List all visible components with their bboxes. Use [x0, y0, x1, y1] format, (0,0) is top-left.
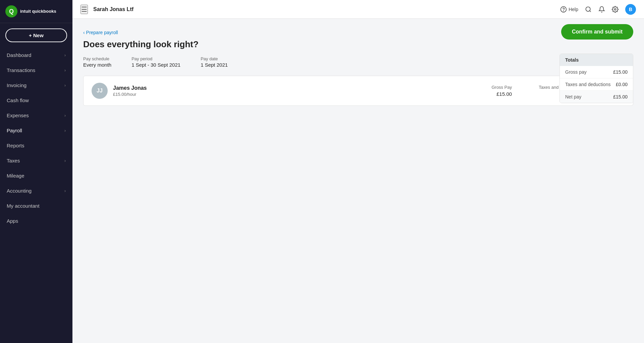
- employee-info: James Jonas £15.00/hour: [113, 85, 486, 97]
- sidebar-item-transactions[interactable]: Transactions ›: [0, 63, 72, 78]
- logo-area: Q intuit quickbooks: [0, 0, 72, 23]
- sidebar-item-accounting[interactable]: Accounting ›: [0, 183, 72, 198]
- sidebar-item-invoicing[interactable]: Invoicing ›: [0, 78, 72, 93]
- help-label: Help: [569, 7, 578, 12]
- employee-row[interactable]: JJ James Jonas £15.00/hour Gross Pay £15…: [83, 76, 633, 106]
- totals-header: Totals: [560, 54, 633, 66]
- chevron-right-icon: ›: [64, 158, 66, 163]
- back-link[interactable]: ‹ Prepare payroll: [83, 30, 118, 35]
- sidebar-item-payroll[interactable]: Payroll ›: [0, 123, 72, 138]
- settings-button[interactable]: [612, 6, 619, 13]
- chevron-right-icon: ›: [64, 83, 66, 88]
- quickbooks-logo-icon: Q: [5, 5, 17, 17]
- svg-line-5: [590, 10, 591, 12]
- chevron-right-icon: ›: [64, 113, 66, 118]
- pay-schedule: Pay schedule Every month: [83, 56, 111, 68]
- sidebar-nav: Dashboard › Transactions › Invoicing › C…: [0, 48, 72, 228]
- pay-date-label: Pay date: [201, 56, 228, 61]
- main-container: ☰ Sarah Jonas Ltf Help: [72, 0, 644, 343]
- totals-gross-pay-row: Gross pay £15.00: [560, 66, 633, 78]
- gross-pay-value: £15.00: [491, 91, 512, 97]
- content-area: ‹ Prepare payroll Does everything look r…: [72, 19, 644, 343]
- help-icon: [560, 6, 567, 13]
- topbar-icons: Help B: [560, 4, 636, 15]
- employee-name: James Jonas: [113, 85, 486, 91]
- new-button[interactable]: + New: [5, 28, 67, 42]
- pay-schedule-label: Pay schedule: [83, 56, 111, 61]
- totals-panel: Totals Gross pay £15.00 Taxes and deduct…: [559, 54, 633, 103]
- notifications-button[interactable]: [598, 6, 605, 13]
- search-icon: [585, 6, 592, 13]
- totals-gross-pay-value: £15.00: [613, 69, 628, 75]
- logo-text: intuit quickbooks: [20, 9, 56, 14]
- sidebar-item-reports[interactable]: Reports: [0, 138, 72, 153]
- sidebar-item-my-accountant[interactable]: My accountant: [0, 198, 72, 213]
- user-avatar[interactable]: B: [625, 4, 636, 15]
- topbar: ☰ Sarah Jonas Ltf Help: [72, 0, 644, 19]
- svg-point-6: [614, 8, 616, 10]
- sidebar-item-expenses[interactable]: Expenses ›: [0, 108, 72, 123]
- hamburger-menu-button[interactable]: ☰: [80, 5, 88, 14]
- sidebar-item-mileage[interactable]: Mileage: [0, 168, 72, 183]
- svg-text:Q: Q: [9, 8, 14, 15]
- chevron-right-icon: ›: [64, 68, 66, 73]
- employee-avatar: JJ: [92, 83, 108, 99]
- bell-icon: [598, 6, 605, 13]
- sidebar-item-taxes[interactable]: Taxes ›: [0, 153, 72, 168]
- page-title: Does everything look right?: [83, 39, 633, 50]
- chevron-right-icon: ›: [64, 189, 66, 193]
- pay-period-value: 1 Sept - 30 Sept 2021: [131, 62, 180, 68]
- confirm-submit-button[interactable]: Confirm and submit: [561, 24, 633, 40]
- chevron-right-icon: ›: [64, 128, 66, 133]
- pay-meta: Pay schedule Every month Pay period 1 Se…: [83, 56, 633, 68]
- pay-date: Pay date 1 Sept 2021: [201, 56, 228, 68]
- chevron-right-icon: ›: [64, 53, 66, 58]
- gross-pay-column: Gross Pay £15.00: [491, 85, 512, 97]
- totals-taxes-label: Taxes and deductions: [565, 82, 610, 87]
- help-button[interactable]: Help: [560, 6, 578, 13]
- totals-gross-pay-label: Gross pay: [565, 69, 587, 75]
- pay-date-value: 1 Sept 2021: [201, 62, 228, 68]
- gear-icon: [612, 6, 619, 13]
- sidebar-item-dashboard[interactable]: Dashboard ›: [0, 48, 72, 63]
- pay-period-label: Pay period: [131, 56, 180, 61]
- totals-taxes-row: Taxes and deductions £0.00: [560, 78, 633, 91]
- employee-rate: £15.00/hour: [113, 92, 486, 97]
- search-button[interactable]: [585, 6, 592, 13]
- sidebar: Q intuit quickbooks + New Dashboard › Tr…: [0, 0, 72, 343]
- svg-point-4: [586, 7, 590, 11]
- gross-pay-label: Gross Pay: [491, 85, 512, 90]
- pay-period: Pay period 1 Sept - 30 Sept 2021: [131, 56, 180, 68]
- totals-net-pay-row: Net pay £15.00: [560, 91, 633, 103]
- totals-net-pay-label: Net pay: [565, 94, 581, 99]
- totals-net-pay-value: £15.00: [613, 94, 628, 99]
- sidebar-item-cashflow[interactable]: Cash flow: [0, 93, 72, 108]
- totals-taxes-value: £0.00: [616, 82, 628, 87]
- company-name: Sarah Jonas Ltf: [93, 6, 555, 12]
- sidebar-item-apps[interactable]: Apps: [0, 213, 72, 228]
- svg-point-3: [564, 10, 564, 11]
- pay-schedule-value: Every month: [83, 62, 111, 68]
